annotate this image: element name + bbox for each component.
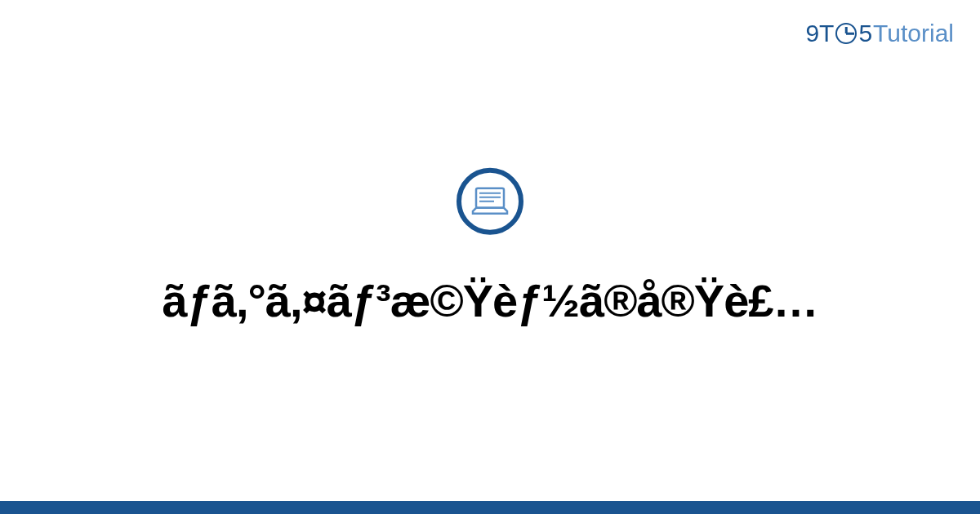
footer-bar [0, 501, 980, 514]
brand-logo: 9T 5 Tutorial [805, 20, 954, 47]
logo-prefix: 9T [805, 20, 834, 47]
logo-middle: 5 [858, 20, 872, 47]
clock-icon [835, 23, 857, 44]
page-title: ãƒã,°ã,¤ãƒ³æ©Ÿèƒ½ã®å®Ÿè£… [162, 274, 817, 327]
main-content: ãƒã,°ã,¤ãƒ³æ©Ÿèƒ½ã®å®Ÿè£… [0, 168, 980, 327]
laptop-icon [471, 187, 509, 216]
laptop-badge [457, 168, 523, 235]
logo-suffix: Tutorial [873, 20, 954, 47]
